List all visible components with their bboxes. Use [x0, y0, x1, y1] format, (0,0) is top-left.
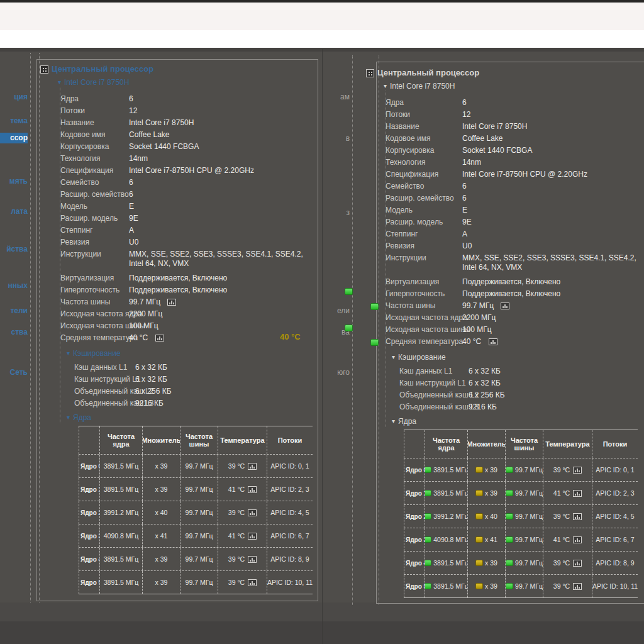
field-value: A — [462, 230, 467, 238]
graph-toggle-icon[interactable] — [489, 338, 497, 345]
collapse-arrow-icon[interactable]: ▾ — [384, 82, 387, 89]
collapse-arrow-icon[interactable]: ▾ — [67, 414, 70, 421]
graph-toggle-icon[interactable] — [248, 486, 257, 493]
cell-value: 99.7 МГц — [515, 582, 543, 590]
field-row: Кэш данных L1 6 x 32 КБ — [0, 367, 644, 379]
graph-toggle-icon[interactable] — [248, 533, 257, 540]
graph-toggle-icon[interactable] — [573, 583, 582, 590]
collapse-arrow-icon[interactable]: ▾ — [67, 350, 70, 357]
field-label: Кэш данных L1 — [399, 367, 452, 375]
cell-value: Ядро 2 — [80, 509, 100, 516]
core-bus-cell: Частота шины — [506, 430, 543, 458]
cell-value: APIC ID: 6, 7 — [270, 532, 309, 540]
field-row: Исходная частота ядра 2200 МГц — [0, 313, 644, 325]
graph-toggle-icon[interactable] — [248, 556, 257, 563]
cell-value: 39 °C — [228, 509, 245, 516]
core-threads-cell: APIC ID: 10, 11 — [592, 575, 638, 597]
field-label: Корпусировка — [386, 146, 434, 155]
graph-toggle-icon[interactable] — [501, 303, 509, 309]
core-speed-cell: 4090.8 МГц — [100, 525, 143, 547]
cell-value: 99.7 МГц — [515, 513, 543, 520]
cell-value: 39 °C — [228, 462, 245, 470]
cell-value: 99.7 МГц — [515, 489, 543, 497]
collapse-arrow-icon[interactable]: ▾ — [392, 353, 395, 360]
field-value: Coffee Lake — [462, 134, 503, 143]
tree-section-label: Кэширование — [73, 349, 121, 358]
core-threads-cell: APIC ID: 0, 1 — [592, 458, 638, 481]
core-name-cell: Ядро 4 — [79, 548, 100, 570]
field-value: 6 — [462, 194, 467, 203]
cell-value: Ядро 0 — [80, 463, 100, 470]
cell-value: x 39 — [155, 486, 168, 493]
core-bus-cell: 99.7 МГц — [506, 458, 543, 481]
cell-value: 99.7 МГц — [186, 509, 213, 516]
core-table-row: Ядро 0 3891.5 МГц x 39 99.7 МГц 39 °C AP… — [404, 458, 638, 481]
field-row: Инструкции MMX, SSE, SSE2, SSE3, SSSE3, … — [0, 253, 644, 265]
core-name-cell: Ядро 5 — [404, 575, 425, 597]
core-name-cell: Ядро 2 — [404, 505, 425, 528]
graph-toggle-icon[interactable] — [248, 463, 257, 470]
status-led-icon — [475, 583, 483, 589]
core-temp-cell: 41 °C — [543, 528, 592, 551]
tree-section-header[interactable]: ▾Ядра — [67, 413, 91, 422]
tree-section-label: Кэширование — [398, 353, 446, 362]
core-bus-cell: 99.7 МГц — [506, 575, 543, 597]
graph-toggle-icon[interactable] — [573, 467, 582, 474]
core-speed-cell: 3891.5 МГц — [425, 575, 468, 597]
field-value: 2200 МГц — [462, 313, 496, 322]
field-value: 6 x 32 КБ — [469, 367, 501, 375]
cores-table: Частота ядра Множитель Частота шины Темп… — [79, 426, 313, 594]
field-label: Кодовое имя — [386, 134, 430, 143]
field-value: 9E — [462, 218, 472, 226]
tree-section-header[interactable]: ▾Ядра — [392, 417, 416, 426]
cell-value: 99.7 МГц — [186, 532, 213, 540]
field-row: Расшир. семейство 6 — [0, 194, 644, 206]
cell-value: Ядро 3 — [406, 536, 425, 543]
graph-toggle-icon[interactable] — [248, 579, 257, 586]
graph-toggle-icon[interactable] — [573, 490, 582, 497]
core-name-cell: Ядро 1 — [404, 482, 425, 504]
cpu-tree-node[interactable]: ▾Intel Core i7 8750H — [384, 82, 455, 91]
core-bus-cell: 99.7 МГц — [180, 525, 218, 547]
cell-value: 41 °C — [553, 536, 570, 543]
graph-toggle-icon[interactable] — [573, 513, 582, 520]
cell-value: Ядро 5 — [80, 579, 100, 586]
status-led-icon — [475, 560, 483, 566]
field-row: Кодовое имя Coffee Lake — [0, 134, 644, 146]
field-row: Расшир. модель 9E — [0, 218, 644, 230]
cell-value: 39 °C — [228, 579, 245, 586]
core-multiplier-cell: x 39 — [143, 455, 180, 477]
status-led-icon — [370, 303, 379, 310]
field-label: Объединенный кэш L2 — [399, 391, 479, 399]
core-temp-cell: 39 °C — [218, 571, 267, 594]
core-speed-cell: 4090.8 МГц — [425, 528, 468, 551]
collapse-arrow-icon[interactable]: ▾ — [58, 79, 61, 86]
cell-value: x 39 — [155, 579, 168, 586]
core-bus-cell: 99.7 МГц — [506, 482, 543, 504]
field-value: 6 x 256 КБ — [469, 391, 505, 399]
core-multiplier-cell: Множитель — [143, 426, 180, 454]
tree-section-header[interactable]: ▾Кэширование — [392, 353, 446, 362]
cell-value: 99.7 МГц — [515, 559, 543, 567]
cpu-tree-node[interactable]: ▾Intel Core i7 8750H — [58, 78, 129, 87]
field-row: Кэш инструкций L1 6 x 32 КБ — [0, 379, 644, 391]
cell-value: 3991.2 МГц — [104, 509, 138, 516]
cell-value: Ядро 4 — [80, 556, 100, 563]
field-value: Intel Core i7 8750H — [462, 122, 527, 131]
field-label: Расшир. семейство — [386, 194, 454, 203]
tree-section-header[interactable]: ▾Кэширование — [67, 349, 121, 358]
field-label: Ядра — [386, 98, 404, 107]
core-threads-cell: APIC ID: 2, 3 — [267, 478, 313, 501]
field-label: Объединенный кэш L3 — [399, 402, 479, 411]
cpu-name-label: Intel Core i7 8750H — [64, 78, 129, 87]
core-threads-cell: APIC ID: 6, 7 — [267, 525, 313, 547]
collapse-arrow-icon[interactable]: ▾ — [392, 418, 395, 425]
cell-value: 3891.5 МГц — [104, 555, 138, 563]
core-threads-cell: APIC ID: 6, 7 — [592, 528, 638, 551]
cell-value: Ядро 0 — [406, 467, 425, 474]
graph-toggle-icon[interactable] — [248, 509, 257, 516]
graph-toggle-icon[interactable] — [573, 560, 582, 567]
graph-toggle-icon[interactable] — [573, 536, 582, 543]
field-label: Ревизия — [386, 242, 414, 250]
cell-value: 3991.2 МГц — [433, 513, 468, 520]
